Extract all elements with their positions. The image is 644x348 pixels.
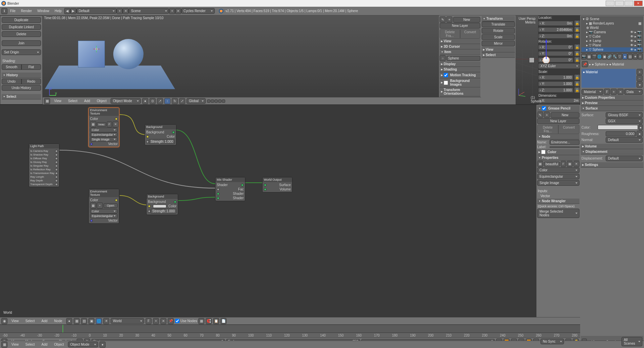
lock-sx-icon[interactable]: 🔓 xyxy=(574,74,580,80)
nn-grease-hdr[interactable]: Grease Pencil xyxy=(537,105,579,112)
nn-new-button[interactable]: New xyxy=(551,112,579,118)
vp2-add-menu[interactable]: Add xyxy=(39,342,50,347)
render-preview[interactable]: Time:00:01.08 | Mem:22.05M, Peak:22.05M … xyxy=(43,15,439,104)
layout-del-icon[interactable]: ✕ xyxy=(123,8,129,14)
scale-button[interactable]: Scale xyxy=(482,34,515,40)
delete-button[interactable]: Delete xyxy=(2,31,41,37)
editor-icon[interactable]: ▦ xyxy=(44,98,50,104)
np-new-button[interactable]: New xyxy=(453,17,480,23)
node-out-header[interactable]: World Output xyxy=(263,177,292,182)
undo-button[interactable]: Undo xyxy=(2,79,22,84)
np-item-header[interactable]: Item xyxy=(440,49,480,55)
mat-plus-icon[interactable]: + xyxy=(611,89,617,95)
vp2-shading-icon[interactable]: ● xyxy=(99,342,106,348)
node-light-path[interactable]: Light Path Is Camera RayIs Shadow RayIs … xyxy=(29,143,59,187)
dim-x[interactable]: ‹ X:2m xyxy=(538,98,580,103)
node-background-1[interactable]: Background Background Color Strength:1.0… xyxy=(145,124,176,145)
np-bg-header[interactable]: Background Images xyxy=(440,78,480,87)
manip-scale-icon[interactable]: ⤢ xyxy=(179,98,185,104)
translate-button[interactable]: Translate xyxy=(482,21,515,27)
constraints-tab-icon[interactable]: 🔗 xyxy=(607,53,612,59)
pivot-icon[interactable]: ⊙ xyxy=(150,98,156,104)
normal-dropdown[interactable]: Default xyxy=(606,137,643,143)
menu-file[interactable]: File xyxy=(7,8,18,14)
surface-header[interactable]: Surface xyxy=(581,106,643,111)
scene-add-icon[interactable]: + xyxy=(169,8,175,14)
np-cursor-header[interactable]: 3D Cursor xyxy=(440,44,480,49)
timeline-track[interactable] xyxy=(0,325,580,333)
outliner-sphere[interactable]: ▸ ▽ Sphere 👁 ▸ 📷 xyxy=(581,47,643,52)
mode-dropdown[interactable]: Object Mode xyxy=(111,98,141,104)
playhead[interactable] xyxy=(63,325,63,333)
cube-object[interactable] xyxy=(529,57,534,63)
ne-snap-icon[interactable]: 🧲 xyxy=(206,318,212,324)
render-tab-icon[interactable]: 📷 xyxy=(581,53,586,59)
ne-comp-icon[interactable]: ▦ xyxy=(74,318,80,324)
nn-delframe-button[interactable]: Delete Fra... xyxy=(537,125,558,134)
manip-rotate-icon[interactable]: ↻ xyxy=(172,98,178,104)
material-datablock[interactable]: Material xyxy=(581,89,603,95)
ne-select-menu[interactable]: Select xyxy=(23,318,38,324)
scene-dropdown[interactable]: Scene xyxy=(129,8,169,14)
vp2-select-menu[interactable]: Select xyxy=(23,342,38,347)
lock-x-icon[interactable]: 🔓 xyxy=(574,20,580,26)
world-tab-icon[interactable]: 🌐 xyxy=(597,53,602,59)
preview-header[interactable]: Preview xyxy=(581,100,643,106)
pencil-icon[interactable]: ✎ xyxy=(440,16,446,23)
outliner-world[interactable]: ⊕ World xyxy=(581,26,643,30)
outliner-plane[interactable]: ▸ ▽ Plane 👁 ▸ 📷 xyxy=(581,43,643,47)
layer-buttons[interactable] xyxy=(207,99,225,103)
volume-header[interactable]: Volume xyxy=(581,144,643,149)
nn-name-field[interactable]: Environme... xyxy=(550,140,579,145)
ne-plus-icon[interactable]: + xyxy=(153,318,159,324)
flat-button[interactable]: Flat xyxy=(22,64,41,70)
scene-tab-icon[interactable]: 🎬 xyxy=(592,53,597,59)
ne-lamp-icon[interactable]: ☀ xyxy=(103,318,109,324)
modifiers-tab-icon[interactable]: 🔧 xyxy=(612,53,617,59)
window-close-button[interactable]: ✕ xyxy=(634,1,643,6)
redo-button[interactable]: Redo xyxy=(22,79,41,84)
slot-remove-icon[interactable]: − xyxy=(637,75,643,81)
ne-world-dropdown[interactable]: World xyxy=(111,318,144,324)
orientation-dropdown[interactable]: Global xyxy=(187,98,206,104)
rotate-button[interactable]: Rotate xyxy=(482,28,515,34)
vp2-view-menu[interactable]: View xyxy=(9,342,22,347)
node-editor[interactable]: Light Path Is Camera RayIs Shadow RayIs … xyxy=(0,104,580,324)
displacement-header[interactable]: Displacement xyxy=(581,149,643,155)
scale-z[interactable]: ‹ Z:1.000 xyxy=(538,88,573,93)
editor-type-icon[interactable]: ℹ xyxy=(1,8,7,14)
node-bg2-header[interactable]: Background xyxy=(147,194,178,199)
np-shading-header[interactable]: Shading xyxy=(440,67,480,72)
node-env-tex-1[interactable]: Environment Texture Color ▦beauF✕ Color … xyxy=(88,107,119,147)
layout-dropdown[interactable]: Default xyxy=(76,8,117,14)
engine-dropdown[interactable]: Cycles Render xyxy=(181,8,215,14)
use-nodes-toggle[interactable]: Use Nodes xyxy=(175,319,197,323)
vp2-select-hdr[interactable]: Select xyxy=(482,52,515,58)
fwd-icon[interactable]: ▶ xyxy=(70,8,76,14)
window-min-group-icon[interactable]: ▢▢ xyxy=(606,1,614,6)
undo-history-button[interactable]: Undo History xyxy=(2,85,41,91)
update-icon[interactable] xyxy=(219,9,224,13)
delete-frame-button[interactable]: Delete Fra... xyxy=(440,29,460,39)
np-trans-header[interactable]: Transform Orientations xyxy=(440,87,480,96)
rot-x[interactable]: ‹ X:0° xyxy=(538,45,573,50)
ne-tex-icon[interactable]: ▨ xyxy=(81,318,87,324)
join-button[interactable]: Join xyxy=(2,40,41,46)
nn-pencil-icon[interactable]: ✎ xyxy=(537,112,543,118)
window-maximize-button[interactable]: ▢ xyxy=(625,1,633,6)
mat-data-dropdown[interactable]: Data xyxy=(624,89,643,95)
ne-world-icon[interactable]: 🌐 xyxy=(96,318,102,324)
vp2-editor-icon[interactable]: ▦ xyxy=(1,342,7,348)
disp-dropdown[interactable]: Default xyxy=(606,156,643,161)
nn-interp-dropdown[interactable]: Single Image xyxy=(537,180,579,186)
ne-backdrop-icon[interactable]: ▦ xyxy=(198,318,204,324)
manip-translate-icon[interactable]: ↕ xyxy=(164,98,170,104)
color-swatch[interactable] xyxy=(598,125,638,130)
np-view-header[interactable]: View xyxy=(440,39,480,44)
nn-node-hdr[interactable]: Node xyxy=(537,134,579,139)
object-tab-icon[interactable]: ▣ xyxy=(602,53,607,59)
material-tab-icon[interactable]: ● xyxy=(622,53,627,59)
ne-f-icon[interactable]: F xyxy=(146,318,152,324)
material-slot[interactable]: ● Material xyxy=(581,69,636,88)
plus-icon[interactable]: + xyxy=(446,16,452,23)
